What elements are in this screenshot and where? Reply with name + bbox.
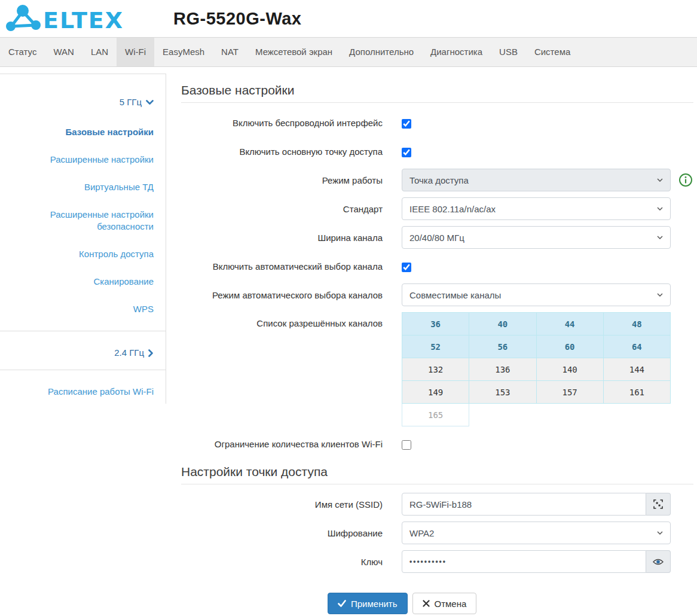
encryption-select[interactable]: WPA2 [402, 522, 671, 544]
tab-wan[interactable]: WAN [45, 38, 82, 66]
channel-cell[interactable]: 136 [469, 358, 536, 381]
check-icon [338, 600, 346, 607]
channel-cell-empty [603, 404, 670, 426]
channel-cell[interactable]: 144 [603, 358, 670, 381]
channel-cell[interactable]: 48 [603, 313, 670, 336]
section-title-basic: Базовые настройки [181, 83, 693, 103]
tab-additional[interactable]: Дополнительно [341, 38, 422, 66]
row-allowed-channels: Список разрешённых каналов 36 40 44 48 5… [181, 312, 693, 426]
auto-channel-mode-label: Режим автоматического выбора каналов [181, 290, 383, 300]
section-title-ap: Настройки точки доступа [181, 465, 693, 484]
chevron-down-icon [657, 293, 663, 297]
channel-cell-empty [469, 404, 536, 426]
sidebar-item-advanced-security[interactable]: Расширенные настройки безопасности [18, 209, 154, 233]
qr-code-icon [653, 499, 663, 509]
row-client-limit: Ограничение количества клиентов Wi-Fi [181, 432, 693, 455]
sidebar: 5 ГГц Базовые настройки Расширенные наст… [0, 67, 166, 614]
encryption-label: Шифрование [181, 528, 383, 538]
row-bandwidth: Ширина канала 20/40/80 МГц [181, 226, 693, 249]
sidebar-divider [0, 370, 166, 370]
channel-cell[interactable]: 132 [402, 358, 469, 381]
standard-label: Стандарт [181, 204, 383, 214]
row-auto-channel-mode: Режим автоматического выбора каналов Сов… [181, 283, 693, 306]
show-password-button[interactable] [646, 550, 671, 573]
sidebar-item-basic-settings[interactable]: Базовые настройки [18, 126, 154, 138]
tab-diagnostics[interactable]: Диагностика [422, 38, 491, 66]
row-wireless-enable: Включить беспроводной интерфейс [181, 111, 693, 134]
channel-cell[interactable]: 157 [536, 381, 603, 404]
row-ssid: Имя сети (SSID) [181, 493, 693, 516]
channel-row: 165 [402, 404, 671, 426]
qr-code-button[interactable] [646, 493, 671, 516]
ssid-input-group [402, 493, 671, 516]
channel-cell[interactable]: 40 [469, 313, 536, 336]
sidebar-item-wps[interactable]: WPS [18, 303, 154, 315]
channel-cell[interactable]: 149 [402, 381, 469, 404]
channel-cell[interactable]: 60 [536, 336, 603, 358]
key-input[interactable] [402, 550, 646, 573]
channel-cell-empty [536, 404, 603, 426]
tab-usb[interactable]: USB [491, 38, 526, 66]
channel-row: 52 56 60 64 [402, 336, 671, 358]
sidebar-group-5ghz[interactable]: 5 ГГц [18, 96, 154, 108]
sidebar-item-scanning[interactable]: Сканирование [18, 276, 154, 288]
tab-easymesh[interactable]: EasyMesh [154, 38, 213, 66]
mode-select: Точка доступа [402, 169, 671, 191]
chevron-down-icon [657, 178, 663, 182]
key-input-group [402, 550, 671, 573]
close-icon [423, 600, 430, 607]
tab-system[interactable]: Система [526, 38, 579, 66]
chevron-down-icon [657, 207, 663, 211]
tab-firewall[interactable]: Межсетевой экран [247, 38, 341, 66]
auto-channel-mode-select[interactable]: Совместимые каналы [402, 283, 671, 306]
sidebar-item-virtual-ap[interactable]: Виртуальные ТД [18, 181, 154, 193]
auto-channel-checkbox[interactable] [402, 263, 411, 272]
top-nav: Статус WAN LAN Wi-Fi EasyMesh NAT Межсет… [0, 37, 697, 67]
eltex-logo-icon: ELTEX [5, 4, 130, 33]
apply-button[interactable]: Применить [328, 593, 408, 614]
row-mode: Режим работы Точка доступа [181, 169, 693, 191]
allowed-channels-label: Список разрешённых каналов [181, 312, 383, 335]
channel-row: 132 136 140 144 [402, 358, 671, 381]
standard-select[interactable]: IEEE 802.11a/n/ac/ax [402, 197, 671, 220]
channel-cell[interactable]: 153 [469, 381, 536, 404]
bandwidth-select[interactable]: 20/40/80 МГц [402, 226, 671, 249]
tab-nat[interactable]: NAT [213, 38, 247, 66]
key-label: Ключ [181, 557, 383, 567]
channel-cell[interactable]: 140 [536, 358, 603, 381]
chevron-down-icon [146, 100, 154, 105]
row-auto-channel: Включить автоматический выбор канала [181, 255, 693, 277]
action-buttons: Применить Отмена [328, 593, 693, 614]
svg-text:ELTEX: ELTEX [43, 7, 124, 33]
tab-wifi[interactable]: Wi-Fi [117, 38, 154, 66]
channel-cell[interactable]: 161 [603, 381, 670, 404]
sidebar-group-24ghz[interactable]: 2.4 ГГц [18, 347, 154, 359]
sidebar-divider [0, 331, 166, 331]
sidebar-item-wifi-schedule[interactable]: Расписание работы Wi-Fi [18, 386, 154, 398]
channel-table: 36 40 44 48 52 56 60 64 132 136 140 144 [402, 312, 671, 426]
sidebar-item-advanced-settings[interactable]: Расширенные настройки [18, 154, 154, 166]
channel-row: 149 153 157 161 [402, 381, 671, 404]
channel-cell[interactable]: 64 [603, 336, 670, 358]
row-key: Ключ [181, 550, 693, 573]
info-icon[interactable] [678, 173, 693, 187]
wireless-enable-checkbox[interactable] [402, 119, 411, 129]
tab-lan[interactable]: LAN [82, 38, 117, 66]
bandwidth-label: Ширина канала [181, 233, 383, 243]
main-panel: Базовые настройки Включить беспроводной … [166, 67, 697, 614]
chevron-down-icon [657, 236, 663, 239]
channel-cell[interactable]: 36 [402, 313, 469, 336]
ap-enable-label: Включить основную точку доступа [181, 147, 383, 157]
cancel-button[interactable]: Отмена [412, 593, 477, 614]
sidebar-item-access-control[interactable]: Контроль доступа [18, 248, 154, 260]
channel-cell[interactable]: 165 [402, 404, 469, 426]
channel-cell[interactable]: 52 [402, 336, 469, 358]
chevron-down-icon [657, 531, 663, 535]
page-title: RG-5520G-Wax [173, 9, 301, 29]
ap-enable-checkbox[interactable] [402, 148, 411, 157]
channel-cell[interactable]: 44 [536, 313, 603, 336]
tab-status[interactable]: Статус [0, 38, 45, 66]
client-limit-checkbox[interactable] [402, 440, 411, 450]
ssid-input[interactable] [402, 493, 646, 516]
channel-cell[interactable]: 56 [469, 336, 536, 358]
